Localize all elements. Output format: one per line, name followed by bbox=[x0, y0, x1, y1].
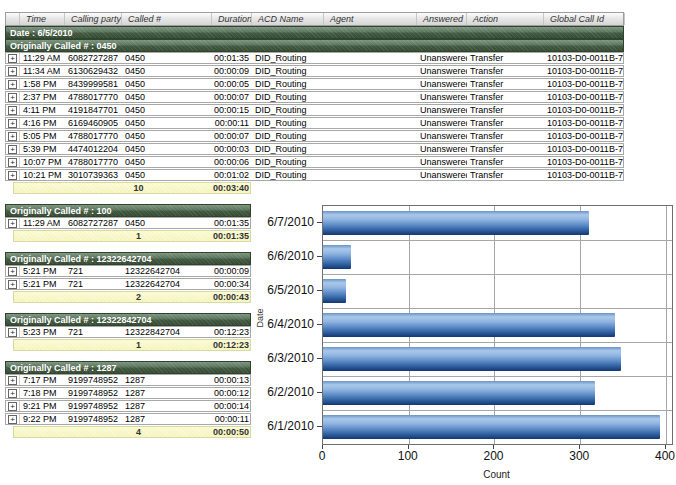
table-row[interactable]: +10:07 PM4788017770045000:00:06DID_Routi… bbox=[5, 156, 624, 168]
cell-calling: 6082727287 bbox=[65, 53, 122, 63]
cell-called: 0450 bbox=[122, 53, 212, 63]
expand-row-icon[interactable]: + bbox=[8, 54, 17, 63]
cell-action: Transfer bbox=[467, 118, 544, 128]
cell-acd: DID_Routing bbox=[252, 66, 324, 76]
cell-time: 10:21 PM bbox=[20, 170, 65, 180]
cell-action: Transfer bbox=[467, 66, 544, 76]
cell-time: 1:58 PM bbox=[20, 79, 65, 89]
summary-duration: 00:12:23 bbox=[212, 340, 252, 350]
expand-row-icon[interactable]: + bbox=[8, 402, 17, 411]
category-label: 6/4/2010 bbox=[250, 307, 314, 341]
table-row[interactable]: +1:58 PM8439999581045000:00:05DID_Routin… bbox=[5, 78, 624, 90]
table-row[interactable]: +5:05 PM4788017770045000:00:07DID_Routin… bbox=[5, 130, 624, 142]
cell-action: Transfer bbox=[467, 92, 544, 102]
col-header-duration: Duration bbox=[212, 13, 252, 25]
col-header-action: Action bbox=[467, 13, 544, 25]
summary-duration: 00:00:43 bbox=[212, 292, 252, 302]
category-tick bbox=[317, 358, 322, 359]
expand-row-icon[interactable]: + bbox=[8, 67, 17, 76]
cell-called: 12322842704 bbox=[122, 327, 212, 337]
cell-calling: 9199748952 bbox=[65, 388, 122, 398]
cell-called: 12322642704 bbox=[122, 279, 212, 289]
table-row[interactable]: +2:37 PM4788017770045000:00:07DID_Routin… bbox=[5, 91, 624, 103]
cell-duration: 00:00:06 bbox=[212, 157, 252, 167]
category-label: 6/5/2010 bbox=[250, 273, 314, 307]
chart-bar bbox=[323, 211, 589, 235]
grid-line-horizontal bbox=[323, 274, 672, 275]
cell-duration: 00:00:13 bbox=[212, 375, 251, 385]
group-summary-row: 100:01:35 bbox=[13, 230, 251, 242]
expand-row-icon[interactable]: + bbox=[8, 389, 17, 398]
expand-cell: + bbox=[6, 414, 20, 424]
expand-row-icon[interactable]: + bbox=[8, 132, 17, 141]
table-row[interactable]: +5:21 PM7211232264270400:00:09 bbox=[5, 265, 251, 277]
grid-line-horizontal bbox=[323, 410, 672, 411]
expand-cell: + bbox=[6, 388, 20, 398]
summary-duration: 00:01:35 bbox=[212, 231, 252, 241]
cell-answered: Unanswered bbox=[417, 53, 467, 63]
table-row[interactable]: +5:21 PM7211232264270400:00:34 bbox=[5, 278, 251, 290]
cell-time: 11:29 AM bbox=[20, 53, 65, 63]
expand-row-icon[interactable]: + bbox=[8, 219, 17, 228]
category-label: 6/1/2010 bbox=[250, 409, 314, 443]
table-row[interactable]: +11:34 AM6130629432045000:00:09DID_Routi… bbox=[5, 65, 624, 77]
cell-answered: Unanswered bbox=[417, 105, 467, 115]
expand-cell: + bbox=[6, 66, 20, 76]
col-header-answered: Answered bbox=[417, 13, 467, 25]
cell-duration: 00:01:02 bbox=[212, 170, 252, 180]
cell-calling: 9199748952 bbox=[65, 401, 122, 411]
expand-row-icon[interactable]: + bbox=[8, 93, 17, 102]
cell-calling: 4474012204 bbox=[65, 144, 122, 154]
calls-by-date-chart: Date Count 6/7/20106/6/20106/5/20106/4/2… bbox=[250, 195, 676, 485]
expand-row-icon[interactable]: + bbox=[8, 376, 17, 385]
summary-count: 1 bbox=[65, 340, 212, 350]
cell-duration: 00:00:05 bbox=[212, 79, 252, 89]
cell-calling: 9199748952 bbox=[65, 375, 122, 385]
cell-duration: 00:00:09 bbox=[212, 266, 251, 276]
cell-duration: 00:00:12 bbox=[212, 388, 251, 398]
category-tick bbox=[317, 426, 322, 427]
table-row[interactable]: +11:29 AM6082727287045000:01:35 bbox=[5, 217, 251, 229]
expand-row-icon[interactable]: + bbox=[8, 145, 17, 154]
expand-cell: + bbox=[6, 144, 20, 154]
cell-calling: 6130629432 bbox=[65, 66, 122, 76]
table-row[interactable]: +9:22 PM9199748952128700:00:11 bbox=[5, 413, 251, 425]
group-header-band: Originally Called # : 100 bbox=[5, 204, 251, 217]
table-row[interactable]: +4:11 PM4191847701045000:00:15DID_Routin… bbox=[5, 104, 624, 116]
cell-duration: 00:12:23 bbox=[212, 327, 251, 337]
chart-bar bbox=[323, 347, 621, 371]
cell-called: 1287 bbox=[122, 414, 212, 424]
table-row[interactable]: +9:21 PM9199748952128700:00:14 bbox=[5, 400, 251, 412]
category-tick bbox=[317, 256, 322, 257]
table-row[interactable]: +5:39 PM4474012204045000:00:03DID_Routin… bbox=[5, 143, 624, 155]
expand-row-icon[interactable]: + bbox=[8, 171, 17, 180]
cell-duration: 00:00:15 bbox=[212, 105, 252, 115]
cell-answered: Unanswered bbox=[417, 66, 467, 76]
expand-row-icon[interactable]: + bbox=[8, 328, 17, 337]
cell-calling: 9199748952 bbox=[65, 414, 122, 424]
grid-line-horizontal bbox=[323, 342, 672, 343]
expand-row-icon[interactable]: + bbox=[8, 415, 17, 424]
table-row[interactable]: +11:29 AM6082727287045000:01:35DID_Routi… bbox=[5, 52, 624, 64]
expand-row-icon[interactable]: + bbox=[8, 106, 17, 115]
table-row[interactable]: +5:23 PM7211232284270400:12:23 bbox=[5, 326, 251, 338]
table-row[interactable]: +4:16 PM6169460905045000:00:11DID_Routin… bbox=[5, 117, 624, 129]
cell-duration: 00:00:03 bbox=[212, 144, 252, 154]
cell-answered: Unanswered bbox=[417, 157, 467, 167]
table-row[interactable]: +7:17 PM9199748952128700:00:13 bbox=[5, 374, 251, 386]
cell-gcid: 10103-D0-0011B-768 bbox=[544, 53, 624, 63]
cell-action: Transfer bbox=[467, 105, 544, 115]
expand-row-icon[interactable]: + bbox=[8, 80, 17, 89]
table-row[interactable]: +10:21 PM3010739363045000:01:02DID_Routi… bbox=[5, 169, 624, 181]
cell-called: 12322642704 bbox=[122, 266, 212, 276]
expand-cell: + bbox=[6, 53, 20, 63]
expand-row-icon[interactable]: + bbox=[8, 119, 17, 128]
cell-acd: DID_Routing bbox=[252, 53, 324, 63]
expand-row-icon[interactable]: + bbox=[8, 267, 17, 276]
expand-row-icon[interactable]: + bbox=[8, 158, 17, 167]
table-row[interactable]: +7:18 PM9199748952128700:00:12 bbox=[5, 387, 251, 399]
cell-time: 5:23 PM bbox=[20, 327, 65, 337]
expand-row-icon[interactable]: + bbox=[8, 280, 17, 289]
col-header-agent: Agent bbox=[324, 13, 417, 25]
cell-action: Transfer bbox=[467, 157, 544, 167]
